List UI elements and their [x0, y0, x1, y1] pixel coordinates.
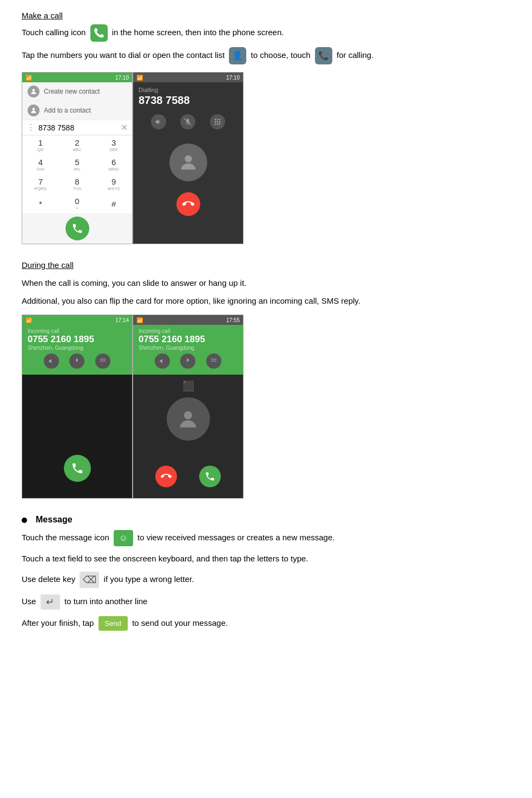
make-a-call-line1: Touch calling icon in the home screen, t… [22, 24, 510, 42]
slide-answer-button[interactable] [64, 455, 91, 482]
keypad-icon[interactable] [210, 114, 225, 129]
dialpad-row-3: 7PQRS 8TUV 9WXYZ [22, 174, 132, 194]
key-9[interactable]: 9WXYZ [95, 174, 132, 194]
incoming-icons-right [139, 351, 238, 371]
action-buttons-row [133, 460, 243, 493]
send-button-icon: Send [98, 616, 128, 631]
contact-item-1: Create new contact [22, 82, 132, 101]
key-8[interactable]: 8TUV [59, 174, 96, 194]
make-a-call-title: Make a call [22, 11, 510, 24]
svg-point-4 [184, 411, 192, 419]
mute-icon-incoming[interactable] [69, 354, 84, 369]
during-call-line1: When the call is coming, you can slide t… [22, 277, 510, 290]
contact-list-icon [229, 47, 246, 64]
dialpad-row-2: 4GHI 5JKL 6MNO [22, 155, 132, 174]
key-1[interactable]: 1QD [22, 135, 59, 155]
dialing-icons [133, 111, 243, 133]
message-line5: After your finish, tap Send to send out … [22, 616, 510, 631]
status-bar-incoming-right: 📶 17:55 [133, 315, 243, 325]
message-line3: Use delete key if you type a wrong lette… [22, 572, 510, 588]
incoming-call-screen-left: 📶 17:14 Incoming call 0755 2160 1895 She… [22, 315, 133, 499]
contact-icon-2 [28, 104, 40, 116]
clear-icon[interactable]: ✕ [121, 122, 128, 133]
keypad-icon-right[interactable] [206, 354, 221, 369]
svg-point-0 [32, 89, 35, 91]
make-a-call-screenshots: 📶 17:10 Create new contact Add to a cont… [22, 72, 249, 244]
key-hash[interactable]: # [95, 194, 132, 213]
avatar-incoming [167, 397, 210, 441]
svg-point-1 [32, 108, 35, 110]
key-7[interactable]: 7PQRS [22, 174, 59, 194]
answer-button[interactable] [199, 466, 221, 487]
message-section-header: Message [22, 515, 510, 525]
during-call-screenshots: 📶 17:14 Incoming call 0755 2160 1895 She… [22, 315, 249, 499]
key-4[interactable]: 4GHI [22, 155, 59, 174]
dialpad-row-1: 1QD 2ABC 3DEF [22, 135, 132, 155]
keypad-icon-incoming[interactable] [95, 354, 110, 369]
svg-point-3 [185, 155, 192, 162]
key-0[interactable]: 0+ [59, 194, 96, 213]
incoming-icons-left [28, 351, 127, 371]
calling-icon [90, 24, 108, 42]
key-star[interactable]: * [22, 194, 59, 213]
message-line2: Touch a text field to see the onscreen k… [22, 553, 510, 565]
speaker-icon[interactable] [151, 114, 166, 129]
number-display-row: ⋮ 8738 7588 ✕ [22, 120, 132, 135]
message-title: Message [36, 515, 73, 525]
speaker-icon-right[interactable] [155, 354, 170, 369]
incoming-header-left: Incoming call 0755 2160 1895 Shenzhen, G… [22, 325, 132, 375]
dialpad-screen: 📶 17:10 Create new contact Add to a cont… [22, 72, 133, 244]
end-call-button[interactable] [176, 192, 200, 216]
contact-item-2: Add to a contact [22, 101, 132, 120]
status-bar-incoming-left: 📶 17:14 [22, 315, 132, 325]
incoming-header-right: Incoming call 0755 2160 1895 Shenzhen, G… [133, 325, 243, 375]
key-2[interactable]: 2ABC [59, 135, 96, 155]
message-app-icon [114, 530, 133, 546]
status-bar-left: 📶 17:10 [22, 73, 132, 82]
contact-icon-1 [28, 86, 40, 97]
status-bar-right: 📶 17:10 [133, 73, 243, 82]
key-3[interactable]: 3DEF [95, 135, 132, 155]
dialpad: 1QD 2ABC 3DEF 4GHI 5JKL 6MNO 7PQRS 8TUV … [22, 135, 132, 213]
dialing-number: 8738 7588 [133, 94, 243, 111]
make-a-call-line2: Tap the numbers you want to dial or open… [22, 47, 510, 64]
dialpad-row-4: * 0+ # [22, 194, 132, 213]
message-line4: Use to turn into another line [22, 594, 510, 610]
incoming-body-left [22, 375, 132, 498]
decline-button[interactable] [155, 466, 177, 487]
message-line1: Touch the message icon to view received … [22, 530, 510, 546]
avatar-dialing [169, 143, 207, 181]
incoming-body-right: ⬛ [133, 375, 243, 498]
bullet-dot [22, 518, 27, 523]
during-the-call-title: During the call [22, 260, 510, 274]
mute-icon[interactable] [180, 114, 195, 129]
incoming-call-screen-right: 📶 17:55 Incoming call 0755 2160 1895 She… [133, 315, 244, 499]
small-call-icon-2 [315, 47, 332, 64]
key-5[interactable]: 5JKL [59, 155, 96, 174]
delete-key-icon [80, 572, 99, 588]
call-button-green[interactable] [65, 217, 89, 240]
speaker-icon-incoming[interactable] [44, 354, 59, 369]
enter-key-icon [41, 594, 60, 610]
during-call-line2: Additional, you also can flip the card f… [22, 295, 510, 308]
dialing-screen: 📶 17:10 Dialling 8738 7588 [133, 72, 244, 244]
dialing-label: Dialling [133, 82, 243, 94]
flip-card-icon: ⬛ [182, 380, 194, 392]
dots-icon: ⋮ [27, 122, 35, 133]
mute-icon-right[interactable] [180, 354, 195, 369]
key-6[interactable]: 6MNO [95, 155, 132, 174]
